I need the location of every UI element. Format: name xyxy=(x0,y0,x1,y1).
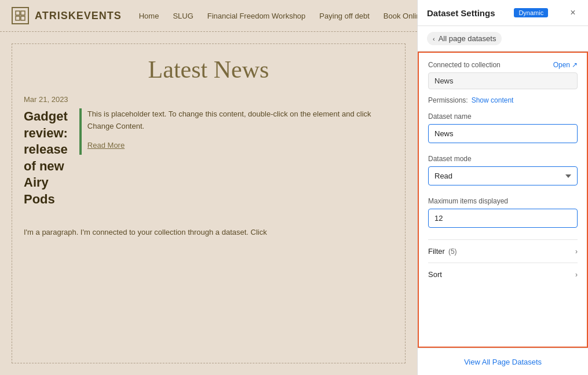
back-chevron-icon: ‹ xyxy=(433,35,435,42)
article-date: Mar 21, 2023 xyxy=(24,95,393,104)
logo-text: ATRISKEVENTS xyxy=(35,10,122,22)
dynamic-badge: Dynamic xyxy=(514,8,548,17)
back-link-button[interactable]: ‹ All page datasets xyxy=(427,32,502,45)
collection-tag: News xyxy=(428,72,578,89)
svg-rect-2 xyxy=(16,16,20,20)
nav-financial-freedom[interactable]: Financial Freedom Workshop xyxy=(207,12,306,20)
site-body: Latest News Mar 21, 2023 Gadget review: … xyxy=(0,32,417,375)
page-title: Latest News xyxy=(24,56,393,83)
article-content: Gadget review: release of new Airy Pods … xyxy=(24,108,393,215)
site-nav: Home SLUG Financial Freedom Workshop Pay… xyxy=(139,12,417,20)
filter-label: Filter xyxy=(428,247,445,256)
permissions-label: Permissions: xyxy=(428,96,468,104)
connected-label: Connected to collection xyxy=(428,61,501,69)
open-label: Open xyxy=(553,61,570,69)
svg-rect-1 xyxy=(21,11,25,15)
filter-row[interactable]: Filter (5) › xyxy=(428,239,578,263)
settings-title: Dataset Settings xyxy=(427,8,495,18)
dashed-border-container: Latest News Mar 21, 2023 Gadget review: … xyxy=(12,43,406,363)
nav-book-online[interactable]: Book Online xyxy=(384,12,417,20)
page-title-area: Latest News xyxy=(24,56,393,83)
dataset-name-input[interactable] xyxy=(428,124,578,143)
nav-paying-off-debt[interactable]: Paying off debt xyxy=(319,12,370,20)
site-header: ATRISKEVENTS Home SLUG Financial Freedom… xyxy=(0,0,417,32)
back-link-area: ‹ All page datasets xyxy=(418,26,588,52)
dataset-mode-label: Dataset mode xyxy=(428,155,578,163)
back-link-text: All page datasets xyxy=(439,34,496,43)
settings-content: Connected to collection Open ↗ News Perm… xyxy=(418,52,588,348)
settings-header: Dataset Settings Dynamic × xyxy=(418,0,588,26)
external-link-icon: ↗ xyxy=(572,61,578,69)
max-items-input[interactable] xyxy=(428,209,578,228)
max-items-section: Maximum items displayed xyxy=(428,197,578,237)
nav-slug[interactable]: SLUG xyxy=(173,12,193,20)
sort-chevron-icon: › xyxy=(575,271,578,279)
site-logo: ATRISKEVENTS xyxy=(12,7,122,24)
logo-icon xyxy=(12,7,29,24)
connected-row: Connected to collection Open ↗ xyxy=(428,61,578,69)
green-bar-decoration xyxy=(79,108,82,155)
dataset-name-label: Dataset name xyxy=(428,112,578,121)
dataset-name-section: Dataset name xyxy=(428,112,578,152)
max-items-label: Maximum items displayed xyxy=(428,197,578,205)
show-content-link[interactable]: Show content xyxy=(472,96,514,104)
filter-chevron-icon: › xyxy=(575,247,578,256)
close-button[interactable]: × xyxy=(567,7,579,19)
nav-home[interactable]: Home xyxy=(139,12,159,20)
open-collection-link[interactable]: Open ↗ xyxy=(553,61,578,69)
article-body-below: I'm a paragraph. I'm connected to your c… xyxy=(24,227,393,239)
permissions-row: Permissions: Show content xyxy=(428,96,578,104)
article-text-right: This is placeholder text. To change this… xyxy=(87,108,393,150)
dataset-mode-section: Dataset mode Read Write Read & Write xyxy=(428,155,578,195)
article-text-left: Gadget review: release of new Airy Pods xyxy=(24,108,68,215)
settings-panel: Dataset Settings Dynamic × ‹ All page da… xyxy=(417,0,588,375)
website-preview: ATRISKEVENTS Home SLUG Financial Freedom… xyxy=(0,0,417,375)
svg-rect-0 xyxy=(16,11,20,15)
sort-label: Sort xyxy=(428,270,442,279)
article-title: Gadget review: release of new Airy Pods xyxy=(24,108,68,208)
read-more-link[interactable]: Read More xyxy=(87,141,125,150)
sort-row[interactable]: Sort › xyxy=(428,263,578,286)
svg-rect-3 xyxy=(21,16,25,20)
view-all-datasets-link[interactable]: View All Page Datasets xyxy=(464,358,542,366)
bottom-link-area: View All Page Datasets xyxy=(418,348,588,375)
filter-badge: (5) xyxy=(448,247,457,256)
article-body: This is placeholder text. To change this… xyxy=(87,108,393,133)
dataset-mode-select[interactable]: Read Write Read & Write xyxy=(428,166,578,185)
